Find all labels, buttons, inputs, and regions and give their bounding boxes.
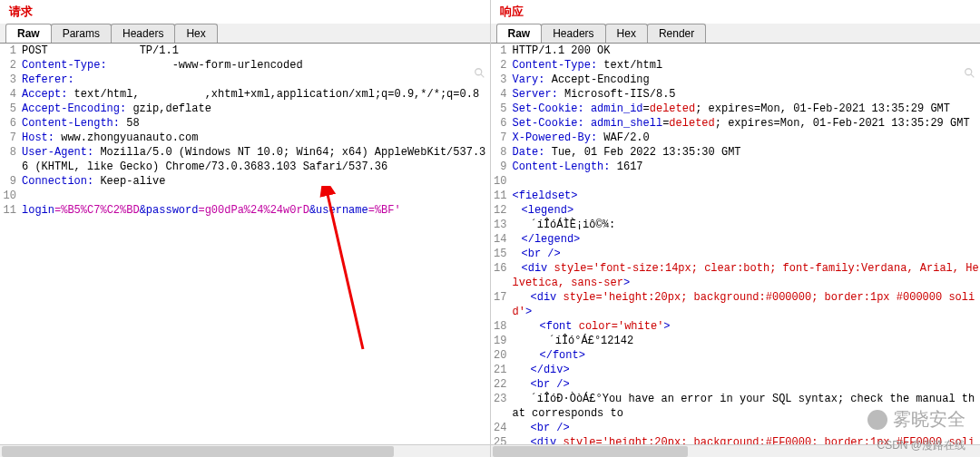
search-icon[interactable] xyxy=(474,67,486,80)
tab-params[interactable]: Params xyxy=(51,24,112,43)
tab-raw-resp[interactable]: Raw xyxy=(496,24,543,43)
svg-point-2 xyxy=(965,69,972,75)
search-icon[interactable] xyxy=(964,67,976,80)
tab-headers[interactable]: Headers xyxy=(111,24,175,43)
tab-hex-resp[interactable]: Hex xyxy=(605,24,648,43)
tab-render[interactable]: Render xyxy=(647,24,706,43)
watermark-text: 雾晓安全 xyxy=(893,407,965,432)
footer-mark: CSDN @漫路在线 xyxy=(877,438,965,453)
request-tabs: Raw Params Headers Hex xyxy=(0,24,490,44)
response-title: 响应 xyxy=(491,0,981,24)
request-code[interactable]: 1POST TP/1.12Content-Type: -www-form-url… xyxy=(0,44,490,444)
response-code[interactable]: 1HTTP/1.1 200 OK2Content-Type: text/html… xyxy=(491,44,981,444)
svg-point-0 xyxy=(475,69,481,75)
wechat-icon xyxy=(867,410,887,430)
svg-line-3 xyxy=(971,74,975,78)
watermark: 雾晓安全 xyxy=(867,407,965,432)
tab-hex[interactable]: Hex xyxy=(174,24,217,43)
response-panel: 响应 Raw Headers Hex Render 1HTTP/1.1 200 … xyxy=(491,0,981,457)
request-panel: 请求 Raw Params Headers Hex 1POST TP/1.12C… xyxy=(0,0,491,457)
tab-raw[interactable]: Raw xyxy=(5,24,52,43)
request-title: 请求 xyxy=(0,0,490,24)
tab-headers-resp[interactable]: Headers xyxy=(541,24,605,43)
request-scrollbar[interactable] xyxy=(0,444,490,457)
response-tabs: Raw Headers Hex Render xyxy=(491,24,981,44)
svg-line-1 xyxy=(480,74,484,78)
